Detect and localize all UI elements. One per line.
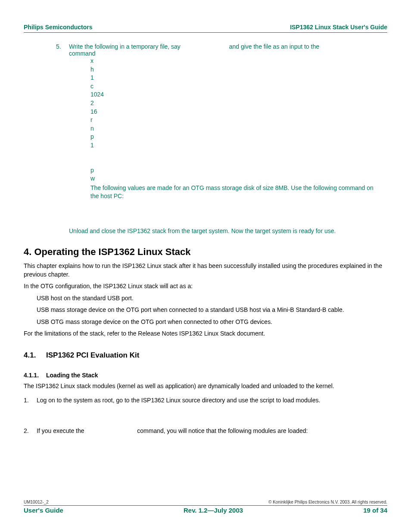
section4-p3: For the limitations of the stack, refer … bbox=[24, 330, 387, 338]
code-line: n bbox=[90, 124, 387, 133]
list-item: 1. Log on to the system as root, go to t… bbox=[24, 397, 387, 404]
list-num-2: 2. bbox=[24, 427, 37, 434]
footer-left: User's Guide bbox=[24, 507, 63, 514]
code-line: p bbox=[90, 133, 387, 141]
code-line bbox=[90, 158, 387, 166]
step-5: 5. Write the following in a temporary fi… bbox=[56, 43, 387, 57]
list-item: 2. If you execute the command, you will … bbox=[24, 427, 387, 434]
footer-center: Rev. 1.2—July 2003 bbox=[184, 507, 243, 514]
section-41-num: 4.1. bbox=[24, 351, 46, 360]
code-line: h bbox=[90, 65, 387, 74]
bullet-1: USB host on the standard USB port. bbox=[37, 294, 387, 303]
step-body: Write the following in a temporary file,… bbox=[69, 43, 387, 57]
code-line: 1024 bbox=[90, 90, 387, 99]
section4-p1: This chapter explains how to run the ISP… bbox=[24, 262, 387, 279]
bullet-3: USB OTG mass storage device on the OTG p… bbox=[37, 318, 387, 327]
list-num-1: 1. bbox=[24, 397, 37, 404]
step-number: 5. bbox=[56, 43, 69, 50]
footer-rule bbox=[24, 505, 387, 506]
section4-p2: In the OTG configuration, the ISP1362 Li… bbox=[24, 282, 387, 291]
code-line: 16 bbox=[90, 108, 387, 116]
list-text-2: If you execute the command, you will not… bbox=[37, 427, 308, 434]
code-line: w bbox=[90, 174, 387, 183]
note-text: The following values are made for an OTG… bbox=[90, 184, 387, 201]
code-line: 1 bbox=[90, 74, 387, 82]
header-right: ISP1362 Linux Stack User's Guide bbox=[290, 24, 387, 31]
footer-copyright: © Koninklijke Philips Electronics N.V. 2… bbox=[268, 500, 387, 504]
page-footer: UM10012-_2 © Koninklijke Philips Electro… bbox=[24, 500, 387, 514]
section-41-heading: 4.1.ISP1362 PCI Evaluation Kit bbox=[24, 351, 387, 360]
list-text-2b: command, you will notice that the follow… bbox=[137, 427, 308, 434]
code-line bbox=[90, 150, 387, 158]
header-rule bbox=[24, 32, 387, 33]
page-header: Philips Semiconductors ISP1362 Linux Sta… bbox=[24, 24, 387, 31]
footer-doc-id: UM10012-_2 bbox=[24, 500, 49, 504]
bullet-2: USB mass storage device on the OTG port … bbox=[37, 306, 387, 314]
code-list: x h 1 c 1024 2 16 r n p 1 p w bbox=[90, 57, 387, 183]
section-411-heading: 4.1.1.Loading the Stack bbox=[24, 372, 387, 379]
code-line: 1 bbox=[90, 141, 387, 150]
list-text-2a: If you execute the bbox=[37, 427, 84, 434]
code-line: c bbox=[90, 82, 387, 91]
section411-p1: The ISP1362 Linux stack modules (kernel … bbox=[24, 382, 387, 391]
section-411-num: 4.1.1. bbox=[24, 372, 46, 379]
list-text-1: Log on to the system as root, go to the … bbox=[37, 397, 320, 404]
header-left: Philips Semiconductors bbox=[24, 24, 92, 31]
code-line: r bbox=[90, 116, 387, 124]
unload-text: Unload and close the ISP1362 stack from … bbox=[69, 227, 387, 234]
step-text-a: Write the following in a temporary file,… bbox=[69, 43, 181, 50]
step-text-c: command bbox=[69, 50, 95, 57]
code-line: x bbox=[90, 57, 387, 65]
code-line: 2 bbox=[90, 99, 387, 108]
section-411-title: Loading the Stack bbox=[46, 372, 98, 379]
code-line: p bbox=[90, 166, 387, 175]
section-4-heading: 4. Operating the ISP1362 Linux Stack bbox=[24, 246, 387, 258]
footer-right: 19 of 34 bbox=[363, 507, 387, 514]
section-41-title: ISP1362 PCI Evaluation Kit bbox=[46, 351, 139, 359]
step-text-b: and give the file as an input to the bbox=[229, 43, 319, 50]
